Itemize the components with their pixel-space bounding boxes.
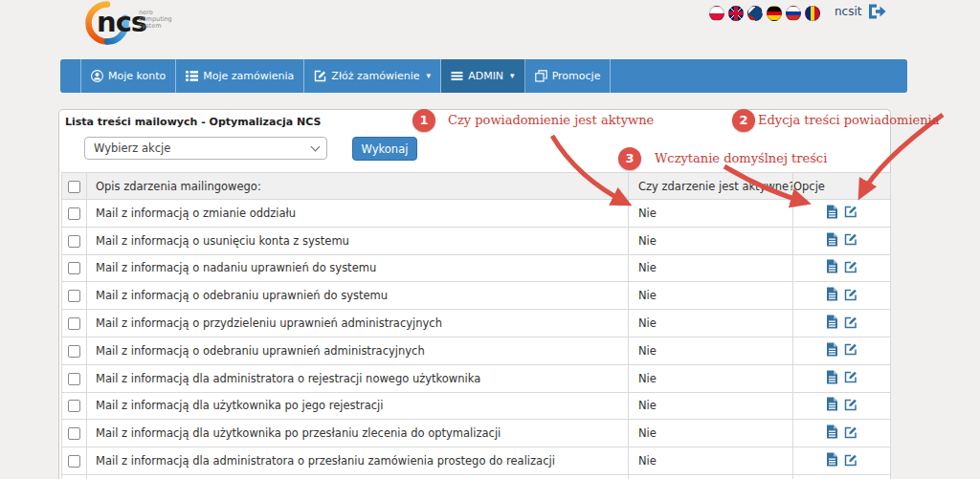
table-row: Mail z informacją dla administratora o r…	[62, 364, 891, 392]
edit-content-icon[interactable]	[844, 370, 858, 383]
sign-out-icon[interactable]	[867, 3, 886, 20]
edit-content-icon[interactable]	[844, 453, 858, 467]
row-checkbox[interactable]	[68, 400, 80, 412]
nav-item-label: ADMIN	[468, 70, 503, 82]
edit-content-icon[interactable]	[844, 205, 858, 218]
mail-contents-table: Opis zdarzenia mailingowego: Czy zdarzen…	[61, 172, 891, 479]
table-row: Mail z informacją dla użytkownika po prz…	[62, 420, 891, 447]
load-default-content-icon[interactable]	[826, 342, 838, 357]
active-status: Nie	[629, 364, 793, 392]
language-switcher	[709, 6, 820, 21]
edit-content-icon[interactable]	[844, 260, 858, 273]
flag-germany-icon[interactable]	[767, 6, 782, 21]
table-row: Mail z informacją dla administratora o p…	[62, 447, 891, 475]
nav-item-label: Moje zamówienia	[203, 70, 294, 82]
event-description: Mail z informacją o usunięciu konta z sy…	[87, 227, 629, 254]
annotation-badge-2: 2	[732, 109, 755, 132]
page: ncs nero computing system ncsit	[0, 0, 980, 479]
row-checkbox[interactable]	[68, 455, 80, 468]
actions-select[interactable]: Wybierz akcje	[84, 137, 327, 160]
column-header-active: Czy zdarzenie jest aktywne?	[629, 173, 793, 200]
event-description: Mail z informacją o odebraniu uprawnień …	[87, 337, 629, 364]
active-status: Nie	[629, 254, 793, 282]
annotation-label-3: Wczytanie domyślnej treści	[655, 151, 827, 165]
nav-spacer	[60, 59, 81, 93]
flag-russia-icon[interactable]	[786, 6, 801, 21]
edit-content-icon[interactable]	[844, 425, 858, 439]
table-row: Mail z informacją o zmianie oddziału Nie	[62, 200, 891, 228]
execute-button[interactable]: Wykonaj	[352, 137, 417, 161]
edit-content-icon[interactable]	[844, 342, 858, 356]
load-default-content-icon[interactable]	[826, 259, 838, 273]
edit-content-icon[interactable]	[844, 316, 858, 329]
table-row: Mail z informacją o usunięciu konta z sy…	[62, 227, 891, 254]
table-body: Mail z informacją o zmianie oddziału Nie	[62, 200, 891, 479]
chevron-down-icon: ▾	[427, 72, 432, 80]
nav-item-moje-konto[interactable]: Moje konto	[81, 59, 176, 93]
active-status: Nie	[629, 227, 793, 254]
chevron-down-icon: ▾	[510, 72, 515, 80]
nav-item-admin[interactable]: ADMIN ▾	[441, 59, 525, 93]
column-header-description: Opis zdarzenia mailingowego:	[87, 173, 629, 200]
load-default-content-icon[interactable]	[826, 370, 838, 384]
load-default-content-icon[interactable]	[826, 287, 838, 301]
main-nav: Moje konto Moje zamówienia Złóż zamówien…	[60, 59, 907, 93]
nav-item-label: Promocje	[552, 70, 601, 82]
copy-icon	[535, 70, 547, 82]
logo-tagline-3: system	[139, 22, 162, 30]
active-status: Nie	[629, 337, 793, 364]
flag-poland-icon[interactable]	[709, 6, 724, 21]
column-header-options: Opcje	[793, 173, 891, 200]
annotation-badge-1: 1	[412, 109, 435, 132]
annotation-badge-3: 3	[618, 147, 641, 170]
row-checkbox[interactable]	[68, 427, 80, 440]
load-default-content-icon[interactable]	[826, 232, 838, 247]
active-status: Nie	[629, 310, 793, 337]
row-checkbox[interactable]	[68, 207, 80, 220]
table-header-row: Opis zdarzenia mailingowego: Czy zdarzen…	[62, 173, 891, 200]
table-row: Mail z informacją o odebraniu uprawnień …	[62, 337, 891, 364]
row-checkbox[interactable]	[68, 345, 80, 358]
flag-romania-icon[interactable]	[805, 6, 820, 21]
table-row	[62, 474, 891, 479]
menu-icon	[451, 70, 463, 82]
list-icon	[186, 70, 198, 82]
table-row: Mail z informacją o nadaniu uprawnień do…	[62, 254, 891, 282]
load-default-content-icon[interactable]	[826, 397, 838, 411]
event-description: Mail z informacją o odebraniu uprawnień …	[87, 282, 629, 310]
username-link[interactable]: ncsit	[835, 5, 862, 18]
active-status: Nie	[629, 447, 793, 475]
flag-czech-republic-icon[interactable]	[747, 6, 763, 21]
active-status: Nie	[629, 420, 793, 447]
row-checkbox[interactable]	[68, 235, 80, 248]
table-row: Mail z informacją dla użytkownika po jeg…	[62, 392, 891, 420]
event-description	[87, 474, 629, 479]
edit-content-icon[interactable]	[844, 398, 858, 411]
ncs-logo[interactable]: ncs nero computing system	[84, 0, 189, 50]
nav-item-zloz-zamowienie[interactable]: Złóż zamówienie ▾	[304, 59, 441, 93]
row-checkbox[interactable]	[68, 262, 80, 274]
active-status: Nie	[629, 392, 793, 420]
event-description: Mail z informacją dla użytkownika po jeg…	[87, 392, 629, 420]
flag-united-kingdom-icon[interactable]	[728, 6, 744, 21]
select-all-checkbox[interactable]	[68, 181, 80, 193]
load-default-content-icon[interactable]	[826, 452, 838, 467]
event-description: Mail z informacją o zmianie oddziału	[87, 200, 629, 228]
row-checkbox[interactable]	[68, 373, 80, 385]
load-default-content-icon[interactable]	[826, 315, 838, 329]
edit-content-icon[interactable]	[844, 288, 858, 301]
row-checkbox[interactable]	[68, 290, 80, 302]
row-checkbox[interactable]	[68, 317, 80, 330]
nav-item-promocje[interactable]: Promocje	[525, 59, 612, 93]
load-default-content-icon[interactable]	[826, 205, 838, 219]
nav-item-moje-zamowienia[interactable]: Moje zamówienia	[176, 59, 304, 93]
active-status: Nie	[629, 282, 793, 310]
page-title: Lista treści mailowych - Optymalizacja N…	[65, 116, 321, 128]
annotation-label-1: Czy powiadomienie jest aktywne	[448, 113, 654, 127]
nav-item-label: Moje konto	[108, 70, 166, 82]
event-description: Mail z informacją o nadaniu uprawnień do…	[87, 254, 629, 282]
load-default-content-icon[interactable]	[826, 425, 838, 439]
edit-content-icon[interactable]	[844, 232, 858, 246]
annotation-label-2: Edycja treści powiadomienia	[758, 113, 940, 127]
event-description: Mail z informacją dla administratora o r…	[87, 364, 629, 392]
